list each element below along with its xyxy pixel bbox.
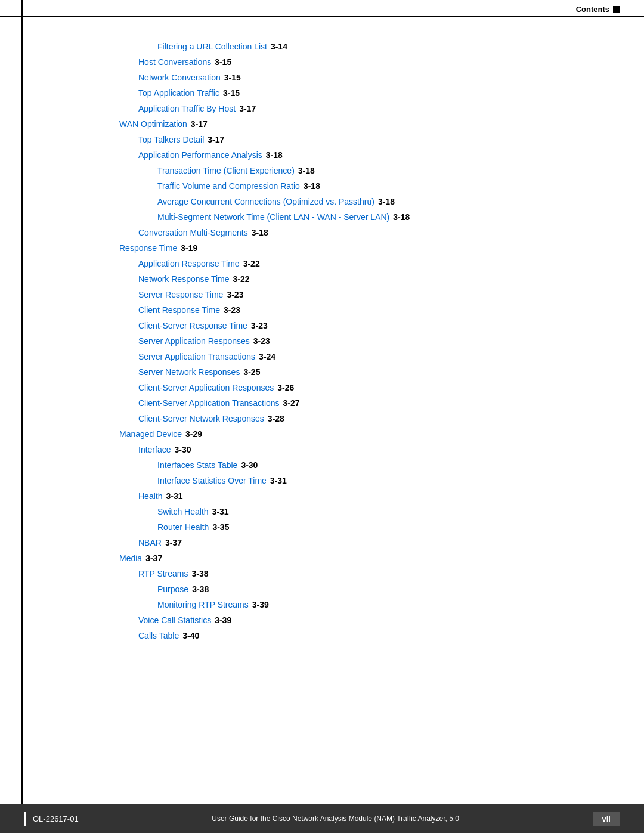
toc-link[interactable]: Application Response Time bbox=[138, 258, 240, 270]
toc-link[interactable]: Client-Server Application Responses bbox=[138, 382, 274, 394]
toc-page-number: 3-35 bbox=[212, 521, 229, 534]
toc-page-number: 3-23 bbox=[227, 289, 243, 301]
toc-page-number: 3-15 bbox=[224, 72, 241, 84]
toc-entry: Client-Server Network Responses3-28 bbox=[119, 413, 596, 425]
toc-link[interactable]: Interface bbox=[138, 444, 171, 456]
toc-link[interactable]: Network Response Time bbox=[138, 273, 230, 286]
toc-page-number: 3-15 bbox=[215, 56, 231, 69]
toc-entry: Filtering a URL Collection List3-14 bbox=[119, 41, 596, 53]
toc-link[interactable]: Transaction Time (Client Experience) bbox=[157, 165, 295, 177]
toc-link[interactable]: Server Network Responses bbox=[138, 366, 240, 379]
toc-link[interactable]: Conversation Multi-Segments bbox=[138, 227, 248, 239]
header-square-icon bbox=[613, 6, 620, 13]
toc-link[interactable]: Purpose bbox=[157, 583, 188, 596]
toc-entry: Health3-31 bbox=[119, 490, 596, 503]
toc-entry: Switch Health3-31 bbox=[119, 506, 596, 518]
toc-entry: Host Conversations3-15 bbox=[119, 56, 596, 69]
toc-link[interactable]: RTP Streams bbox=[138, 568, 188, 580]
footer-left: OL-22617-01 bbox=[24, 812, 79, 826]
toc-page-number: 3-23 bbox=[253, 335, 270, 348]
toc-link[interactable]: Response Time bbox=[119, 242, 177, 255]
toc-link[interactable]: Server Application Responses bbox=[138, 335, 250, 348]
toc-page-number: 3-18 bbox=[393, 211, 410, 224]
toc-link[interactable]: Monitoring RTP Streams bbox=[157, 599, 249, 611]
toc-link[interactable]: Client Response Time bbox=[138, 304, 220, 317]
toc-page-number: 3-28 bbox=[268, 413, 284, 425]
toc-link[interactable]: Managed Device bbox=[119, 428, 182, 441]
toc-page-number: 3-23 bbox=[224, 304, 240, 317]
toc-link[interactable]: Switch Health bbox=[157, 506, 209, 518]
toc-page-number: 3-18 bbox=[266, 149, 283, 162]
toc-entry: Server Network Responses3-25 bbox=[119, 366, 596, 379]
toc-link[interactable]: Interface Statistics Over Time bbox=[157, 475, 267, 487]
toc-link[interactable]: NBAR bbox=[138, 537, 162, 549]
toc-entry: Client-Server Response Time3-23 bbox=[119, 320, 596, 332]
toc-page-number: 3-23 bbox=[251, 320, 268, 332]
toc-entry: Network Conversation3-15 bbox=[119, 72, 596, 84]
toc-link[interactable]: Top Application Traffic bbox=[138, 87, 219, 100]
toc-page-number: 3-39 bbox=[252, 599, 269, 611]
toc-entry: Response Time3-19 bbox=[119, 242, 596, 255]
toc-entry: Server Application Transactions3-24 bbox=[119, 351, 596, 363]
toc-page-number: 3-27 bbox=[283, 397, 300, 410]
toc-entry: Calls Table3-40 bbox=[119, 630, 596, 642]
toc-page-number: 3-39 bbox=[215, 614, 231, 627]
footer-bar bbox=[24, 812, 26, 826]
toc-link[interactable]: Interfaces Stats Table bbox=[157, 459, 237, 472]
toc-page-number: 3-29 bbox=[185, 428, 202, 441]
toc-entry: NBAR3-37 bbox=[119, 537, 596, 549]
toc-link[interactable]: Voice Call Statistics bbox=[138, 614, 211, 627]
toc-page-number: 3-38 bbox=[192, 583, 209, 596]
toc-entry: Top Talkers Detail3-17 bbox=[119, 134, 596, 146]
toc-link[interactable]: Client-Server Response Time bbox=[138, 320, 247, 332]
toc-page-number: 3-25 bbox=[243, 366, 260, 379]
toc-link[interactable]: Application Performance Analysis bbox=[138, 149, 262, 162]
toc-entry: Interfaces Stats Table3-30 bbox=[119, 459, 596, 472]
left-vertical-bar bbox=[21, 0, 23, 833]
toc-link[interactable]: Router Health bbox=[157, 521, 209, 534]
toc-page-number: 3-19 bbox=[181, 242, 197, 255]
toc-page-number: 3-30 bbox=[241, 459, 258, 472]
toc-link[interactable]: Traffic Volume and Compression Ratio bbox=[157, 180, 300, 193]
toc-link[interactable]: Network Conversation bbox=[138, 72, 221, 84]
footer: OL-22617-01 User Guide for the Cisco Net… bbox=[0, 804, 644, 833]
toc-link[interactable]: Health bbox=[138, 490, 162, 503]
toc-page-number: 3-40 bbox=[182, 630, 199, 642]
toc-page-number: 3-14 bbox=[271, 41, 287, 53]
toc-link[interactable]: Filtering a URL Collection List bbox=[157, 41, 267, 53]
toc-link[interactable]: Server Application Transactions bbox=[138, 351, 255, 363]
header: Contents bbox=[0, 0, 644, 17]
toc-link[interactable]: Server Response Time bbox=[138, 289, 223, 301]
toc-page-number: 3-31 bbox=[270, 475, 287, 487]
toc-link[interactable]: Top Talkers Detail bbox=[138, 134, 204, 146]
toc-page-number: 3-18 bbox=[304, 180, 320, 193]
toc-entry: Application Traffic By Host3-17 bbox=[119, 103, 596, 115]
toc-page-number: 3-31 bbox=[212, 506, 229, 518]
toc-page-number: 3-18 bbox=[252, 227, 268, 239]
toc-link[interactable]: Host Conversations bbox=[138, 56, 211, 69]
toc-entry: Network Response Time3-22 bbox=[119, 273, 596, 286]
toc-entry: WAN Optimization3-17 bbox=[119, 118, 596, 131]
toc-link[interactable]: Client-Server Application Transactions bbox=[138, 397, 280, 410]
toc-link[interactable]: Calls Table bbox=[138, 630, 179, 642]
footer-doc-number: OL-22617-01 bbox=[33, 815, 79, 823]
toc-link[interactable]: Application Traffic By Host bbox=[138, 103, 236, 115]
toc-link[interactable]: WAN Optimization bbox=[119, 118, 187, 131]
toc-entry: Conversation Multi-Segments3-18 bbox=[119, 227, 596, 239]
toc-entry: Interface Statistics Over Time3-31 bbox=[119, 475, 596, 487]
toc-page-number: 3-18 bbox=[378, 196, 395, 208]
header-contents-label: Contents bbox=[576, 5, 620, 14]
toc-page-number: 3-17 bbox=[239, 103, 256, 115]
toc-page-number: 3-17 bbox=[191, 118, 208, 131]
toc-entry: Media3-37 bbox=[119, 552, 596, 565]
footer-page-label: vii bbox=[593, 812, 620, 826]
toc-link[interactable]: Average Concurrent Connections (Optimize… bbox=[157, 196, 374, 208]
toc-entry: Traffic Volume and Compression Ratio3-18 bbox=[119, 180, 596, 193]
toc-link[interactable]: Multi-Segment Network Time (Client LAN -… bbox=[157, 211, 389, 224]
toc-page-number: 3-15 bbox=[223, 87, 240, 100]
toc-entry: RTP Streams3-38 bbox=[119, 568, 596, 580]
toc-entry: Server Application Responses3-23 bbox=[119, 335, 596, 348]
toc-entry: Client-Server Application Responses3-26 bbox=[119, 382, 596, 394]
toc-link[interactable]: Media bbox=[119, 552, 142, 565]
toc-link[interactable]: Client-Server Network Responses bbox=[138, 413, 264, 425]
